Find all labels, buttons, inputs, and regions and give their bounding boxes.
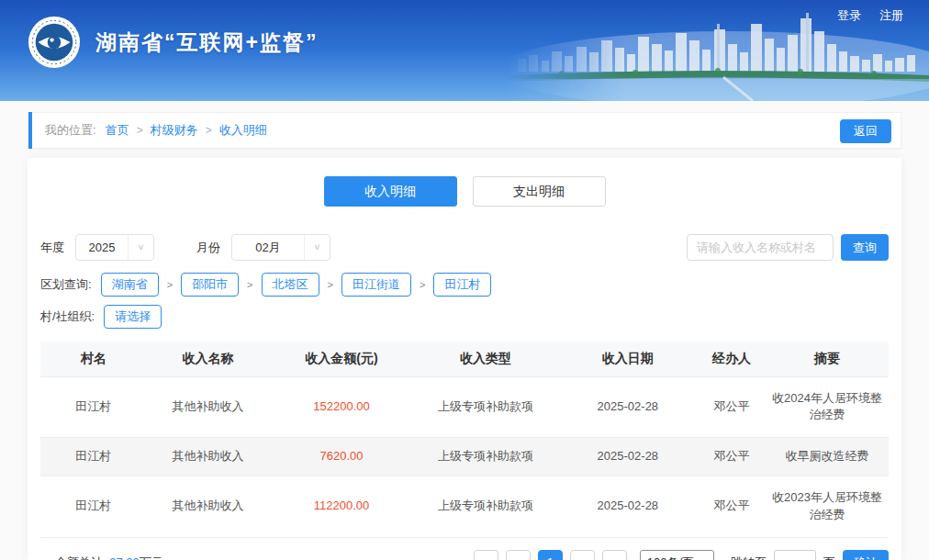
next-page-button[interactable]: › bbox=[570, 550, 595, 560]
region-button-city[interactable]: 邵阳市 bbox=[181, 273, 239, 297]
page-size-select[interactable]: 100条/页 ▼ bbox=[640, 550, 714, 560]
org-row: 村/社组织: 请选择 bbox=[40, 305, 889, 329]
chevron-down-icon: ˅ bbox=[304, 235, 330, 260]
col-header-handler: 经办人 bbox=[698, 342, 766, 376]
table-row: 田江村 其他补助收入 112200.00 上级专项补助款项 2025-02-28… bbox=[40, 476, 889, 537]
month-select-value: 02月 bbox=[232, 240, 304, 256]
breadcrumb-accent-bar bbox=[28, 112, 32, 149]
breadcrumb-links: 首页 > 村级财务 > 收入明细 bbox=[106, 122, 267, 139]
cell-income-type: 上级专项补助款项 bbox=[414, 376, 558, 438]
breadcrumb: 我的位置: 首页 > 村级财务 > 收入明细 返回 bbox=[28, 112, 901, 149]
tab-income-detail[interactable]: 收入明细 bbox=[324, 176, 457, 207]
table-row: 田江村 其他补助收入 152200.00 上级专项补助款项 2025-02-28… bbox=[40, 376, 889, 438]
cell-date: 2025-02-28 bbox=[558, 476, 698, 537]
cell-summary: 收旱厕改造经费 bbox=[766, 438, 889, 476]
month-label: 月份 bbox=[196, 240, 220, 256]
breadcrumb-item-home[interactable]: 首页 bbox=[106, 122, 129, 139]
cell-handler: 邓公平 bbox=[698, 376, 766, 438]
region-button-village[interactable]: 田江村 bbox=[433, 273, 491, 297]
cell-amount: 7620.00 bbox=[269, 438, 413, 476]
year-select-value: 2025 bbox=[76, 241, 128, 254]
cell-income-type: 上级专项补助款项 bbox=[414, 476, 558, 537]
breadcrumb-item-village-finance[interactable]: 村级财务 bbox=[151, 122, 198, 139]
org-label: 村/社组织: bbox=[40, 308, 95, 325]
total-amount: 金额总计: 27.20万元 bbox=[55, 554, 163, 560]
prev-page-button[interactable]: ‹ bbox=[506, 550, 531, 560]
region-separator: > bbox=[420, 279, 425, 290]
chevron-down-icon: ˅ bbox=[128, 235, 153, 260]
total-label: 金额总计: bbox=[55, 555, 106, 560]
region-separator: > bbox=[167, 279, 173, 290]
cell-summary: 收2024年人居环境整治经费 bbox=[766, 376, 889, 438]
breadcrumb-separator: > bbox=[206, 124, 212, 137]
cell-amount: 112200.00 bbox=[269, 476, 413, 537]
col-header-summary: 摘要 bbox=[766, 342, 889, 376]
cell-village: 田江村 bbox=[40, 376, 147, 438]
page-size-value: 100条/页 bbox=[647, 554, 694, 560]
cell-income-type: 上级专项补助款项 bbox=[414, 438, 558, 476]
region-query-label: 区划查询: bbox=[40, 276, 92, 293]
cell-village: 田江村 bbox=[40, 438, 147, 476]
page-unit-label: 页 bbox=[823, 554, 835, 560]
content-card: 收入明细 支出明细 年度 2025 ˅ 月份 02月 ˅ 查询 区划查询: 湖南… bbox=[28, 158, 901, 560]
cell-date: 2025-02-28 bbox=[558, 438, 698, 476]
col-header-income-name: 收入名称 bbox=[147, 342, 270, 376]
detail-tabs: 收入明细 支出明细 bbox=[40, 176, 889, 207]
search-area: 查询 bbox=[687, 234, 889, 261]
breadcrumb-label: 我的位置: bbox=[45, 122, 96, 139]
breadcrumb-separator: > bbox=[137, 124, 143, 137]
first-page-button[interactable]: « bbox=[474, 550, 498, 560]
jump-page-input[interactable] bbox=[774, 550, 816, 560]
cell-date: 2025-02-28 bbox=[558, 376, 698, 438]
auth-links: 登录 注册 bbox=[837, 7, 903, 24]
confirm-button[interactable]: 确认 bbox=[843, 550, 889, 560]
col-header-amount: 收入金额(元) bbox=[269, 342, 413, 376]
col-header-income-type: 收入类型 bbox=[414, 342, 558, 376]
cell-amount: 152200.00 bbox=[269, 376, 413, 438]
last-page-button[interactable]: » bbox=[602, 550, 627, 560]
total-value: 27.20 bbox=[109, 555, 140, 560]
year-label: 年度 bbox=[40, 240, 64, 256]
region-button-province[interactable]: 湖南省 bbox=[101, 273, 159, 297]
site-header: 登录 注册 湖南省“互联网+监督” bbox=[0, 0, 929, 101]
total-unit: 万元 bbox=[140, 555, 163, 560]
year-select[interactable]: 2025 ˅ bbox=[75, 234, 154, 261]
register-link[interactable]: 注册 bbox=[879, 7, 903, 24]
filter-row: 年度 2025 ˅ 月份 02月 ˅ 查询 bbox=[40, 234, 889, 261]
col-header-date: 收入日期 bbox=[558, 342, 698, 376]
cell-village: 田江村 bbox=[40, 476, 147, 537]
cell-income-name: 其他补助收入 bbox=[147, 476, 270, 537]
org-select-button[interactable]: 请选择 bbox=[104, 305, 162, 329]
tab-expense-detail[interactable]: 支出明细 bbox=[473, 176, 606, 207]
income-table: 村名 收入名称 收入金额(元) 收入类型 收入日期 经办人 摘要 田江村 其他补… bbox=[40, 342, 889, 537]
region-separator: > bbox=[328, 279, 333, 290]
table-footer: 金额总计: 27.20万元 « ‹ 1 › » 100条/页 ▼ 跳转至 页 确… bbox=[40, 537, 889, 560]
cell-handler: 邓公平 bbox=[698, 438, 766, 476]
back-button[interactable]: 返回 bbox=[840, 119, 891, 143]
cell-income-name: 其他补助收入 bbox=[147, 438, 270, 476]
month-select[interactable]: 02月 ˅ bbox=[231, 234, 330, 261]
query-button[interactable]: 查询 bbox=[841, 234, 889, 261]
cell-income-name: 其他补助收入 bbox=[147, 376, 270, 438]
cell-handler: 邓公平 bbox=[698, 476, 766, 537]
brand: 湖南省“互联网+监督” bbox=[28, 16, 318, 69]
col-header-village: 村名 bbox=[40, 342, 147, 376]
site-title: 湖南省“互联网+监督” bbox=[95, 28, 318, 57]
page-number-button[interactable]: 1 bbox=[538, 550, 563, 560]
region-button-street[interactable]: 田江街道 bbox=[341, 273, 411, 297]
login-link[interactable]: 登录 bbox=[837, 7, 861, 24]
table-header-row: 村名 收入名称 收入金额(元) 收入类型 收入日期 经办人 摘要 bbox=[40, 342, 889, 376]
search-input[interactable] bbox=[687, 234, 834, 261]
jump-to-label: 跳转至 bbox=[731, 554, 767, 560]
table-row: 田江村 其他补助收入 7620.00 上级专项补助款项 2025-02-28 邓… bbox=[40, 438, 889, 476]
breadcrumb-item-income-detail[interactable]: 收入明细 bbox=[219, 122, 267, 139]
cell-summary: 收2023年人居环境整治经费 bbox=[766, 476, 889, 537]
region-query-row: 区划查询: 湖南省 > 邵阳市 > 北塔区 > 田江街道 > 田江村 bbox=[40, 273, 889, 297]
pagination: « ‹ 1 › » 100条/页 ▼ 跳转至 页 确认 bbox=[474, 550, 889, 560]
supervision-eye-logo-icon bbox=[28, 16, 81, 69]
region-button-district[interactable]: 北塔区 bbox=[262, 273, 319, 297]
region-separator: > bbox=[247, 279, 252, 290]
